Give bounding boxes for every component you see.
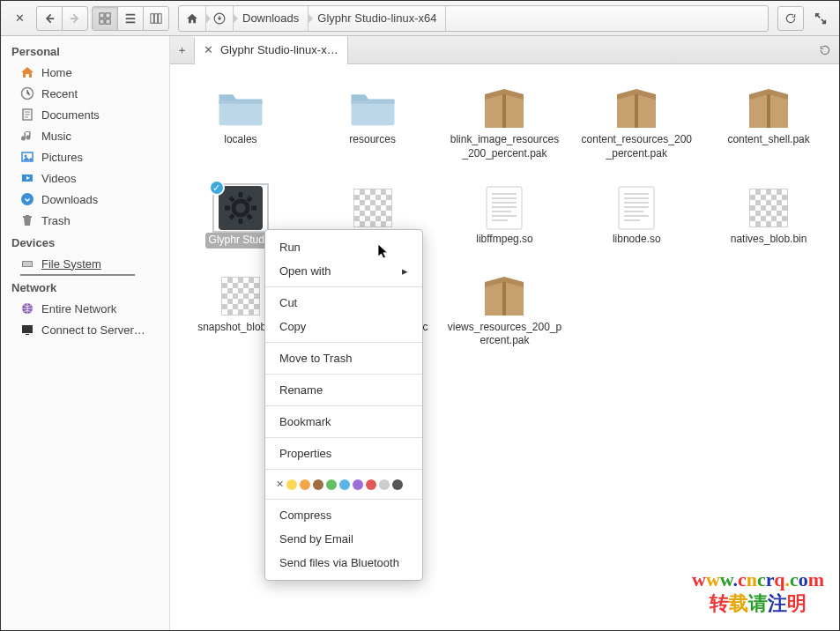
svg-rect-21: [351, 100, 394, 125]
breadcrumb-downloads-icon[interactable]: [206, 6, 234, 31]
svg-rect-3: [106, 19, 110, 23]
check-badge-icon: ✓: [209, 180, 225, 196]
file-item[interactable]: content_shell.pak: [707, 80, 830, 164]
sidebar-item-pictures[interactable]: Pictures: [1, 146, 169, 167]
file-thumb: [476, 84, 532, 133]
icon-view-button[interactable]: [92, 6, 118, 31]
close-tab-icon[interactable]: ✕: [204, 43, 213, 56]
svg-rect-2: [100, 19, 104, 23]
sidebar-section-header: Personal: [1, 40, 169, 62]
close-window-button[interactable]: ✕: [6, 6, 33, 31]
color-tag[interactable]: [353, 479, 363, 490]
sidebar-item-file-system[interactable]: File System: [1, 253, 169, 274]
svg-rect-18: [26, 334, 29, 335]
nav-group: [36, 6, 88, 31]
file-item[interactable]: resources: [311, 80, 435, 164]
sidebar-item-videos[interactable]: Videos: [1, 167, 169, 189]
color-tag[interactable]: [366, 479, 376, 490]
menu-item-bookmark[interactable]: Bookmark: [265, 410, 422, 434]
file-item[interactable]: blink_image_resources_200_percent.pak: [443, 80, 567, 164]
download-circle-icon: [213, 12, 226, 25]
globe-icon: [20, 301, 34, 316]
file-item[interactable]: libffmpeg.so: [443, 180, 567, 252]
sidebar-item-documents[interactable]: Documents: [1, 104, 169, 125]
file-item[interactable]: content_resources_200_percent.pak: [575, 80, 698, 164]
svg-rect-28: [767, 94, 770, 128]
file-label: natives_blob.bin: [731, 233, 807, 247]
breadcrumb-segment-0[interactable]: Downloads: [234, 6, 308, 31]
breadcrumb: Downloads Glyphr Studio-linux-x64: [178, 5, 769, 32]
fullscreen-button[interactable]: [807, 6, 834, 31]
sidebar-item-trash[interactable]: Trash: [1, 210, 169, 231]
menu-item-send-by-email[interactable]: Send by Email: [265, 527, 422, 551]
sidebar-item-recent[interactable]: Recent: [1, 83, 169, 104]
color-tag[interactable]: [392, 479, 403, 490]
menu-item-send-files-via-bluetooth[interactable]: Send files via Bluetooth: [265, 551, 422, 575]
color-tag[interactable]: [326, 479, 337, 490]
file-label: blink_image_resources_200_percent.pak: [447, 133, 561, 160]
file-item[interactable]: natives_blob.bin: [707, 180, 830, 252]
file-thumb: [212, 271, 269, 321]
download-icon: [20, 192, 34, 206]
expand-icon: [814, 12, 827, 25]
sidebar-item-music[interactable]: Music: [1, 125, 169, 146]
color-tag[interactable]: [300, 479, 310, 490]
refresh-icon: [784, 12, 797, 25]
forward-button[interactable]: [62, 6, 88, 31]
menu-item-label: Bookmark: [279, 415, 331, 428]
sidebar-item-connect-to-server-[interactable]: Connect to Server…: [1, 319, 169, 340]
arrow-right-icon: [69, 12, 81, 25]
menu-item-move-to-trash[interactable]: Move to Trash: [265, 346, 422, 370]
menu-item-run[interactable]: Run: [265, 235, 422, 259]
file-item[interactable]: views_resources_200_percent.pak: [443, 268, 567, 352]
breadcrumb-label: Glyphr Studio-linux-x64: [317, 11, 436, 25]
sidebar-item-home[interactable]: Home: [1, 62, 169, 83]
color-tag[interactable]: [313, 479, 323, 490]
tab-current[interactable]: ✕ Glyphr Studio-linux-x…: [195, 36, 348, 64]
clear-tag-button[interactable]: ✕: [276, 479, 284, 490]
file-item[interactable]: libnode.so: [575, 180, 698, 252]
svg-rect-32: [619, 187, 654, 229]
menu-item-copy[interactable]: Copy: [265, 315, 422, 338]
list-view-button[interactable]: [117, 6, 144, 31]
color-tag[interactable]: [286, 479, 297, 490]
music-icon: [20, 129, 34, 143]
new-tab-button[interactable]: ＋: [170, 38, 195, 63]
menu-item-open-with[interactable]: Open with▸: [265, 259, 422, 283]
file-thumb: [608, 84, 665, 133]
sidebar-item-label: Pictures: [41, 151, 83, 164]
tab-reload-button[interactable]: [811, 36, 839, 64]
back-button[interactable]: [36, 6, 63, 31]
refresh-button[interactable]: [777, 6, 804, 31]
sidebar-item-label: Music: [41, 130, 71, 143]
toolbar: ✕ Downl: [1, 1, 839, 36]
svg-rect-4: [151, 13, 154, 23]
breadcrumb-home[interactable]: [179, 6, 206, 31]
file-thumb: [212, 84, 269, 133]
menu-item-rename[interactable]: Rename: [265, 378, 422, 402]
sidebar-item-entire-network[interactable]: Entire Network: [1, 298, 169, 319]
menu-item-cut[interactable]: Cut: [265, 291, 422, 315]
svg-rect-19: [219, 100, 262, 125]
menu-item-label: Copy: [279, 320, 306, 333]
clock-icon: [20, 86, 34, 100]
watermark: www.cncrq.com 转载请注明: [692, 568, 824, 615]
menu-item-label: Run: [279, 241, 301, 254]
tab-title: Glyphr Studio-linux-x…: [220, 43, 338, 56]
menu-item-properties[interactable]: Properties: [265, 442, 422, 465]
doc-icon: [20, 108, 34, 122]
file-item[interactable]: locales: [179, 80, 302, 164]
column-view-button[interactable]: [143, 6, 169, 31]
screen-icon: [20, 323, 34, 337]
columns-icon: [150, 12, 162, 25]
menu-separator: [265, 405, 422, 406]
arrow-left-icon: [43, 12, 56, 25]
menu-separator: [265, 374, 422, 375]
color-tag[interactable]: [379, 479, 390, 490]
svg-rect-5: [154, 13, 158, 23]
color-tag[interactable]: [339, 479, 350, 490]
menu-item-compress[interactable]: Compress: [265, 503, 422, 527]
breadcrumb-segment-1[interactable]: Glyphr Studio-linux-x64: [308, 6, 446, 31]
file-thumb: [476, 271, 532, 321]
sidebar-item-downloads[interactable]: Downloads: [1, 189, 169, 210]
